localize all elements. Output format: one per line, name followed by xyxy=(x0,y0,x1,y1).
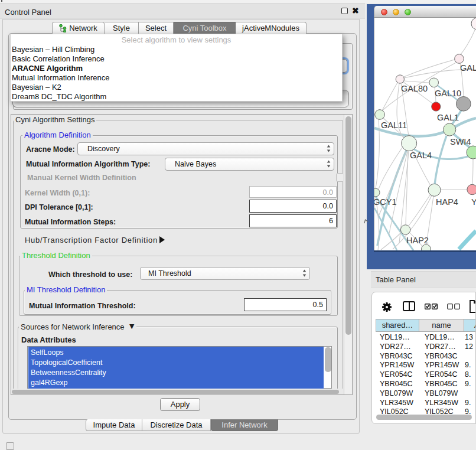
svg-text:SWI4: SWI4 xyxy=(450,137,471,146)
svg-text:HAP4: HAP4 xyxy=(436,197,458,207)
svg-text:GAL11: GAL11 xyxy=(381,120,407,130)
svg-text:HAP2: HAP2 xyxy=(406,236,429,245)
svg-text:GCY1: GCY1 xyxy=(374,197,397,207)
svg-text:GAL80: GAL80 xyxy=(401,84,428,93)
svg-text:GAL10: GAL10 xyxy=(435,89,461,98)
svg-text:GAL7: GAL7 xyxy=(460,63,476,73)
svg-text:GAL1: GAL1 xyxy=(437,113,459,122)
svg-text:GAL4: GAL4 xyxy=(410,151,432,160)
svg-text:YB: YB xyxy=(471,197,476,207)
